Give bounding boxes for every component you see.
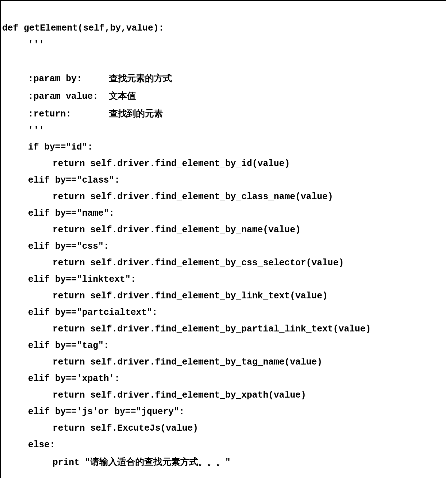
code-line: elif by=='xpath': xyxy=(2,371,120,387)
code-line: return self.driver.find_element_by_class… xyxy=(2,189,333,205)
docstring-return: :return: 查找到的元素 xyxy=(2,105,163,123)
code-line: elif by=="tag": xyxy=(2,338,109,354)
code-line: def getElement(self,by,value): xyxy=(2,23,164,33)
code-line: return self.driver.find_element_by_id(va… xyxy=(2,156,290,172)
docstring-param: :param value: 文本值 xyxy=(2,87,136,105)
code-line: return self.driver.find_element_by_xpath… xyxy=(2,387,306,404)
code-line: return self.driver.find_element_by_parti… xyxy=(2,321,371,338)
code-line: elif by=="name": xyxy=(2,205,114,222)
code-line: elif by=="partcialtext": xyxy=(2,304,158,321)
code-line: ''' xyxy=(2,123,44,139)
docstring-param: :param by: 查找元素的方式 xyxy=(2,70,172,87)
code-block: def getElement(self,by,value): ''' :para… xyxy=(0,0,446,478)
code-line: print "请输入适合的查找元素方式。。。" xyxy=(2,453,231,471)
code-line: return self.driver.find_element_by_name(… xyxy=(2,222,301,238)
code-line: return self.ExcuteJs(value) xyxy=(2,420,198,437)
code-line: elif by=="linktext": xyxy=(2,271,136,288)
code-line: return self.driver.find_element_by_tag_n… xyxy=(2,354,322,371)
code-line: return self.driver.find_element_by_css_s… xyxy=(2,255,344,271)
code-line: if by=="id": xyxy=(2,139,93,156)
code-line: return self.driver.find_element_by_link_… xyxy=(2,288,328,304)
code-line: else: xyxy=(2,437,55,453)
code-line: elif by=='js'or by=="jquery": xyxy=(2,404,185,420)
code-line: elif by=="css": xyxy=(2,238,109,255)
code-line: elif by=="class": xyxy=(2,172,120,189)
code-line: ''' xyxy=(2,37,44,53)
